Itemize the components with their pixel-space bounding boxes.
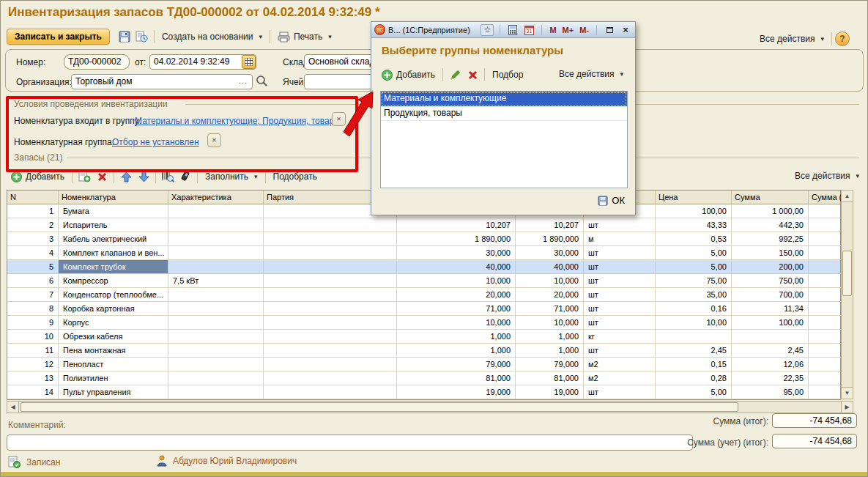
table-row[interactable]: 6Компрессор7,5 кВт10,00010,000шт75,00750… <box>7 274 840 288</box>
table-cell[interactable]: 1 000,00 <box>732 204 809 218</box>
table-cell[interactable] <box>168 260 264 274</box>
table-cell[interactable]: Пульт управления <box>59 385 168 399</box>
table-cell[interactable]: 5,00 <box>656 260 732 274</box>
table-cell[interactable]: Компрессор <box>59 274 168 288</box>
organization-field[interactable]: Торговый дом <box>71 74 253 89</box>
table-cell[interactable]: 7 <box>7 288 59 302</box>
table-cell[interactable] <box>809 371 842 385</box>
list-item[interactable]: Материалы и комплектующие <box>381 92 627 106</box>
table-cell[interactable]: Коробка картонная <box>59 302 168 316</box>
table-cell[interactable] <box>809 204 842 218</box>
table-cell[interactable]: шт <box>584 274 656 288</box>
table-row[interactable]: 5Комплект трубок40,00040,000шт5,00200,00 <box>7 260 840 274</box>
table-cell[interactable]: м2 <box>584 358 656 371</box>
table-row[interactable]: 3Кабель электрический1 890,0001 890,000м… <box>7 232 840 246</box>
table-cell[interactable]: 1,000 <box>516 330 584 344</box>
table-cell[interactable]: 10 <box>7 330 59 344</box>
table-cell[interactable]: 5 <box>7 260 59 274</box>
table-cell[interactable]: 1,000 <box>516 344 584 358</box>
table-cell[interactable]: 79,000 <box>516 358 584 371</box>
table-cell[interactable] <box>168 204 264 218</box>
table-cell[interactable] <box>264 218 397 232</box>
list-item[interactable]: Продукция, товары <box>381 106 627 121</box>
table-cell[interactable]: 19,000 <box>516 385 584 399</box>
table-cell[interactable]: м2 <box>584 371 656 385</box>
table-cell[interactable] <box>809 344 842 358</box>
table-cell[interactable]: 0,15 <box>656 358 732 371</box>
table-cell[interactable] <box>264 330 397 344</box>
all-actions-button[interactable]: Все действия▾ <box>755 32 828 45</box>
table-cell[interactable]: 19,000 <box>397 385 516 399</box>
table-cell[interactable]: шт <box>584 218 656 232</box>
table-cell[interactable] <box>264 358 397 371</box>
table-cell[interactable]: Пенопласт <box>59 358 168 371</box>
table-cell[interactable] <box>809 385 842 399</box>
table-cell[interactable]: 100,00 <box>656 204 732 218</box>
memory-recall-button[interactable]: М <box>548 26 557 34</box>
calculator-button[interactable] <box>506 24 519 36</box>
ok-button[interactable]: ОК <box>598 195 625 206</box>
table-cell[interactable] <box>264 316 397 330</box>
dialog-edit-button[interactable] <box>446 67 464 83</box>
table-row[interactable]: 4Комплект клапанов и вен...30,00030,000ш… <box>7 246 840 260</box>
table-cell[interactable] <box>264 344 397 358</box>
table-cell[interactable] <box>809 218 842 232</box>
table-cell[interactable]: 10,00 <box>656 316 732 330</box>
table-cell[interactable]: 1 <box>7 204 59 218</box>
favorites-star-button[interactable]: ☆ <box>481 24 494 36</box>
scroll-right-button[interactable]: ▶ <box>841 401 853 413</box>
column-header[interactable]: N <box>7 191 59 204</box>
table-cell[interactable]: 3 <box>7 232 59 246</box>
table-cell[interactable]: 30,000 <box>397 246 516 260</box>
table-cell[interactable]: 10,207 <box>397 218 516 232</box>
table-cell[interactable] <box>168 288 264 302</box>
table-cell[interactable] <box>264 246 397 260</box>
create-based-on-button[interactable]: Создать на основании▾ <box>157 30 267 43</box>
table-cell[interactable]: 10,000 <box>516 274 584 288</box>
table-cell[interactable] <box>168 330 264 344</box>
scroll-up-button[interactable]: ▲ <box>841 190 853 202</box>
table-cell[interactable]: 79,000 <box>397 358 516 371</box>
table-cell[interactable]: 71,000 <box>516 302 584 316</box>
memory-plus-button[interactable]: М+ <box>561 26 576 34</box>
table-cell[interactable]: 1 890,000 <box>516 232 584 246</box>
table-cell[interactable] <box>264 371 397 385</box>
table-cell[interactable]: 2,45 <box>732 344 809 358</box>
date-field[interactable]: 04.02.2014 9:32:49 <box>149 54 256 70</box>
table-cell[interactable] <box>264 288 397 302</box>
table-cell[interactable]: 30,000 <box>516 246 584 260</box>
table-cell[interactable]: 0,28 <box>656 371 732 385</box>
table-cell[interactable] <box>809 260 842 274</box>
table-cell[interactable]: шт <box>584 316 656 330</box>
number-field[interactable]: ТД00-000002 <box>64 54 130 70</box>
table-cell[interactable]: 75,00 <box>656 274 732 288</box>
table-cell[interactable]: Полиэтилен <box>59 371 168 385</box>
table-cell[interactable] <box>656 330 732 344</box>
table-cell[interactable]: 20,000 <box>397 288 516 302</box>
table-row[interactable]: 2Испаритель10,20710,207шт43,33442,30 <box>7 218 840 232</box>
table-row[interactable]: 10Обрезки кабеля1,0001,000кг <box>7 330 840 344</box>
table-row[interactable]: 9Корпус10,00010,000шт10,00100,00 <box>7 316 840 330</box>
table-cell[interactable]: 4 <box>7 246 59 260</box>
table-cell[interactable] <box>168 232 264 246</box>
table-cell[interactable]: Испаритель <box>59 218 168 232</box>
table-cell[interactable]: шт <box>584 302 656 316</box>
table-cell[interactable] <box>168 358 264 371</box>
table-cell[interactable]: шт <box>584 385 656 399</box>
table-cell[interactable] <box>809 330 842 344</box>
table-cell[interactable]: Бумага <box>59 204 168 218</box>
table-cell[interactable] <box>809 232 842 246</box>
table-cell[interactable]: 1,000 <box>397 330 516 344</box>
table-cell[interactable] <box>264 260 397 274</box>
table-row[interactable]: 7Конденсатор (теплообме...20,00020,000шт… <box>7 288 840 302</box>
table-cell[interactable] <box>264 232 397 246</box>
comment-input[interactable] <box>7 435 693 451</box>
table-cell[interactable]: 8 <box>7 302 59 316</box>
scroll-left-button[interactable]: ◀ <box>7 401 19 413</box>
table-cell[interactable] <box>168 302 264 316</box>
table-cell[interactable]: 11 <box>7 344 59 358</box>
column-header[interactable]: Цена <box>656 191 732 204</box>
table-cell[interactable]: 35,00 <box>656 288 732 302</box>
table-cell[interactable] <box>809 302 842 316</box>
table-cell[interactable] <box>732 330 809 344</box>
